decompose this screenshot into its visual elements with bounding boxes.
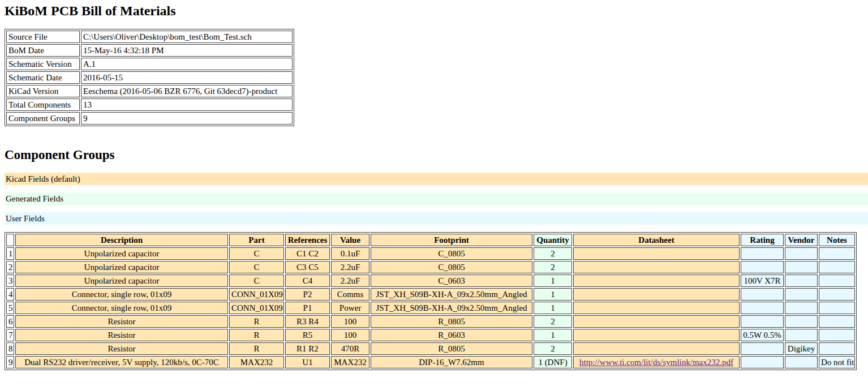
cell-quantity: 2 — [534, 342, 572, 355]
cell-vendor — [785, 261, 818, 273]
cell-quantity: 2 — [534, 261, 572, 273]
cell-quantity: 1 — [534, 275, 572, 287]
info-row: Total Components 13 — [6, 98, 293, 111]
bom-row: 5 Connector, single row, 01x09 CONN_01X0… — [6, 302, 855, 314]
bom-row: 8 Resistor R R1 R2 470R R_0805 2 Digikey — [6, 342, 855, 355]
cell-rating — [741, 261, 784, 273]
cell-footprint: R_0805 — [371, 315, 532, 328]
cell-notes — [819, 288, 855, 301]
cell-footprint: C_0603 — [371, 275, 532, 287]
cell-rating — [741, 288, 784, 301]
legend-kicad-fields: Kicad Fields (default) — [5, 173, 868, 185]
cell-footprint: DIP-16_W7.62mm — [371, 356, 532, 368]
cell-rownum: 2 — [6, 261, 14, 273]
cell-description: Resistor — [15, 315, 228, 328]
header-cell-datasheet: Datasheet — [573, 234, 740, 246]
cell-notes — [819, 275, 855, 287]
info-label: Schematic Date — [6, 71, 80, 84]
info-value: A.1 — [81, 58, 293, 70]
cell-datasheet — [573, 342, 740, 355]
cell-part: R — [229, 342, 284, 355]
cell-footprint: JST_XH_S09B-XH-A_09x2.50mm_Angled — [371, 288, 532, 301]
cell-quantity: 1 — [534, 302, 572, 314]
cell-references: R3 R4 — [285, 315, 330, 328]
page-title: KiBoM PCB Bill of Materials — [5, 3, 868, 19]
cell-references: U1 — [285, 356, 330, 368]
cell-references: C4 — [285, 275, 330, 287]
cell-notes: Do not fit — [819, 356, 855, 368]
cell-references: R5 — [285, 329, 330, 341]
cell-description: Connector, single row, 01x09 — [15, 302, 228, 314]
cell-rownum: 7 — [6, 329, 14, 341]
bom-row: 9 Dual RS232 driver/receiver, 5V supply,… — [6, 356, 855, 368]
cell-description: Connector, single row, 01x09 — [15, 288, 228, 301]
bom-row: 4 Connector, single row, 01x09 CONN_01X0… — [6, 288, 855, 301]
bom-row: 1 Unpolarized capacitor C C1 C2 0.1uF C_… — [6, 247, 855, 260]
cell-description: Unpolarized capacitor — [15, 261, 228, 273]
info-label: KiCad Version — [6, 85, 80, 97]
cell-value: MAX232 — [331, 356, 369, 368]
info-value: 15-May-16 4:32:18 PM — [81, 44, 293, 57]
cell-rownum: 1 — [6, 247, 14, 260]
cell-notes — [819, 342, 855, 355]
info-row: Source File C:\Users\Oliver\Desktop\bom_… — [6, 31, 293, 43]
cell-references: P1 — [285, 302, 330, 314]
cell-quantity: 1 — [534, 288, 572, 301]
cell-value: 0.1uF — [331, 247, 369, 260]
header-cell-vendor: Vendor — [785, 234, 818, 246]
header-cell-footprint: Footprint — [371, 234, 532, 246]
header-cell-value: Value — [331, 234, 369, 246]
cell-description: Unpolarized capacitor — [15, 247, 228, 260]
cell-part: R — [229, 329, 284, 341]
header-cell-quantity: Quantity — [534, 234, 572, 246]
cell-notes — [819, 261, 855, 273]
section-title-component-groups: Component Groups — [5, 148, 868, 162]
cell-description: Resistor — [15, 329, 228, 341]
bom-table: Description Part References Value Footpr… — [5, 232, 857, 370]
cell-quantity: 2 — [534, 315, 572, 328]
info-label: Source File — [6, 31, 80, 43]
cell-part: R — [229, 315, 284, 328]
cell-datasheet — [573, 315, 740, 328]
cell-datasheet — [573, 302, 740, 314]
cell-part: CONN_01X09 — [229, 302, 284, 314]
cell-rating — [741, 302, 784, 314]
cell-rownum: 8 — [6, 342, 14, 355]
cell-value: 2.2uF — [331, 275, 369, 287]
bom-header-row: Description Part References Value Footpr… — [6, 234, 855, 246]
info-row: Schematic Date 2016-05-15 — [6, 71, 293, 84]
info-value: Eeschema (2016-05-06 BZR 6776, Git 63dec… — [81, 85, 293, 97]
cell-notes — [819, 315, 855, 328]
cell-footprint: C_0805 — [371, 247, 532, 260]
cell-references: C3 C5 — [285, 261, 330, 273]
cell-references: R1 R2 — [285, 342, 330, 355]
cell-vendor — [785, 275, 818, 287]
cell-rating — [741, 356, 784, 368]
cell-rownum: 4 — [6, 288, 14, 301]
cell-vendor — [785, 247, 818, 260]
info-value: 13 — [81, 98, 293, 111]
info-value: C:\Users\Oliver\Desktop\bom_test\Bom_Tes… — [81, 31, 293, 43]
info-row: Schematic Version A.1 — [6, 58, 293, 70]
cell-references: C1 C2 — [285, 247, 330, 260]
info-row: KiCad Version Eeschema (2016-05-06 BZR 6… — [6, 85, 293, 97]
cell-datasheet — [573, 247, 740, 260]
cell-part: MAX232 — [229, 356, 284, 368]
cell-datasheet — [573, 275, 740, 287]
cell-footprint: C_0805 — [371, 261, 532, 273]
header-cell-rating: Rating — [741, 234, 784, 246]
cell-part: C — [229, 261, 284, 273]
bom-row: 2 Unpolarized capacitor C C3 C5 2.2uF C_… — [6, 261, 855, 273]
bom-row: 6 Resistor R R3 R4 100 R_0805 2 — [6, 315, 855, 328]
cell-value: 470R — [331, 342, 369, 355]
info-label: Component Groups — [6, 112, 80, 125]
cell-datasheet — [573, 329, 740, 341]
cell-value: Comms — [331, 288, 369, 301]
cell-notes — [819, 247, 855, 260]
cell-rating: 0.5W 0.5% — [741, 329, 784, 341]
cell-part: C — [229, 275, 284, 287]
datasheet-link[interactable]: http://www.ti.com/lit/ds/symlink/max232.… — [579, 358, 733, 367]
cell-rating: 100V X7R — [741, 275, 784, 287]
cell-datasheet: http://www.ti.com/lit/ds/symlink/max232.… — [573, 356, 740, 368]
cell-notes — [819, 302, 855, 314]
